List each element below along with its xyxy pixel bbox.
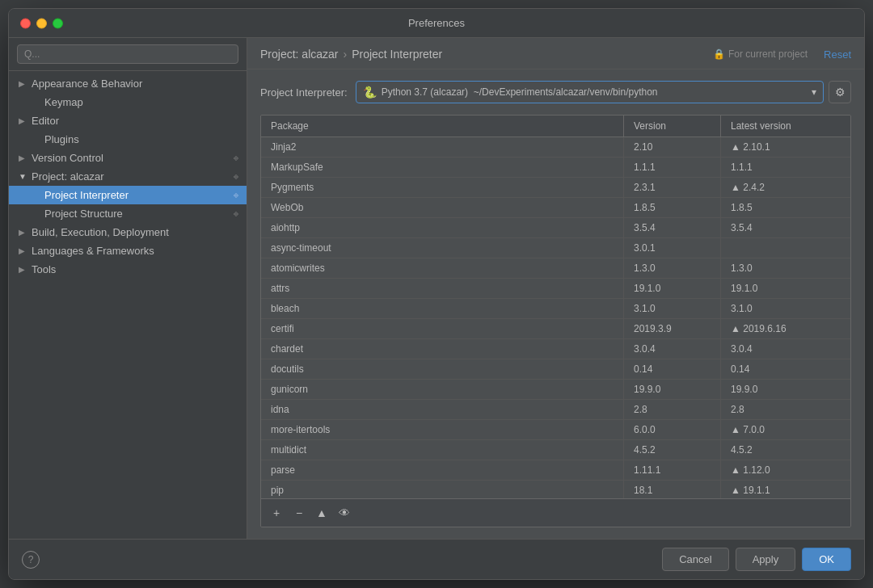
sidebar-item-label: Build, Execution, Deployment [32,226,169,238]
package-latest: 1.8.5 [721,198,850,217]
traffic-lights [20,18,63,28]
arrow-icon: ▶ [19,116,27,125]
chevron-down-icon [812,86,816,98]
search-input[interactable] [17,44,238,64]
gear-button[interactable]: ⚙ [829,81,851,103]
arrow-icon: ▶ [19,246,27,255]
package-name: idna [261,400,624,419]
sidebar-item-plugins[interactable]: Plugins [9,130,247,149]
table-row[interactable]: MarkupSafe 1.1.1 1.1.1 [261,158,850,178]
project-scope-icon: 🔒 [713,48,725,60]
table-row[interactable]: bleach 3.1.0 3.1.0 [261,299,850,319]
sidebar-item-editor[interactable]: ▶ Editor [9,111,247,130]
package-name: async-timeout [261,238,624,258]
package-version: 3.0.4 [624,339,721,359]
package-latest: 1.1.1 [721,158,850,177]
table-row[interactable]: attrs 19.1.0 19.1.0 [261,279,850,299]
package-latest: 3.1.0 [721,299,850,318]
table-row[interactable]: Jinja2 2.10 ▲ 2.10.1 [261,137,850,158]
table-row[interactable]: pip 18.1 ▲ 19.1.1 [261,481,850,498]
arrow-icon: ▶ [19,153,27,162]
package-version: 1.8.5 [624,198,721,217]
right-panel: Project: alcazar › Project Interpreter 🔒… [247,38,864,539]
sidebar-tree: ▶ Appearance & Behavior Keymap ▶ Editor … [9,71,247,539]
breadcrumb-project: Project: alcazar [260,48,338,61]
table-row[interactable]: aiohttp 3.5.4 3.5.4 [261,218,850,238]
reset-button[interactable]: Reset [824,48,851,61]
sidebar-item-project-interpreter[interactable]: Project Interpreter ⎆ [9,186,247,204]
minimize-button[interactable] [36,18,47,28]
package-version: 2.8 [624,400,721,419]
title-bar: Preferences [9,9,864,38]
package-version: 19.9.0 [624,380,721,399]
table-row[interactable]: async-timeout 3.0.1 [261,238,850,258]
table-row[interactable]: parse 1.11.1 ▲ 1.12.0 [261,460,850,481]
add-package-button[interactable]: + [268,504,285,522]
sidebar-item-build[interactable]: ▶ Build, Execution, Deployment [9,223,247,242]
sidebar-item-project[interactable]: ▼ Project: alcazar ⎆ [9,167,247,186]
remove-package-button[interactable]: − [290,504,308,522]
interpreter-select[interactable]: 🐍 Python 3.7 (alcazar) ~/DevExperiments/… [356,81,824,103]
package-name: bleach [261,299,624,318]
package-name: multidict [261,440,624,460]
arrow-icon: ▶ [19,228,27,237]
cancel-button[interactable]: Cancel [662,548,728,571]
python-icon: 🐍 [363,86,377,99]
vcs-icon: ⎆ [234,153,238,162]
package-name: aiohttp [261,218,624,237]
table-row[interactable]: more-itertools 6.0.0 ▲ 7.0.0 [261,420,850,440]
table-header: Package Version Latest version [261,116,850,137]
for-project-label: 🔒 For current project [713,48,808,60]
ok-button[interactable]: OK [802,548,851,571]
table-row[interactable]: WebOb 1.8.5 1.8.5 [261,198,850,218]
sidebar-item-label: Keymap [44,96,83,108]
sidebar-item-languages[interactable]: ▶ Languages & Frameworks [9,242,247,260]
sidebar-item-version-control[interactable]: ▶ Version Control ⎆ [9,149,247,167]
breadcrumb: Project: alcazar › Project Interpreter [260,48,442,61]
table-row[interactable]: idna 2.8 2.8 [261,400,850,420]
maximize-button[interactable] [53,18,63,28]
sidebar-item-appearance[interactable]: ▶ Appearance & Behavior [9,74,247,93]
package-version: 3.0.1 [624,238,721,258]
show-package-button[interactable]: 👁 [335,504,353,522]
table-row[interactable]: Pygments 2.3.1 ▲ 2.4.2 [261,178,850,198]
sidebar-item-label: Project: alcazar [32,170,104,183]
sidebar: ▶ Appearance & Behavior Keymap ▶ Editor … [9,38,247,539]
sidebar-item-label: Version Control [32,152,103,164]
table-row[interactable]: gunicorn 19.9.0 19.9.0 [261,380,850,400]
project-icon: ⎆ [234,172,238,181]
package-version: 4.5.2 [624,440,721,460]
package-latest: 19.1.0 [721,279,850,298]
table-row[interactable]: chardet 3.0.4 3.0.4 [261,339,850,359]
package-latest: 0.14 [721,359,850,379]
help-button[interactable]: ? [22,551,40,569]
main-content: ▶ Appearance & Behavior Keymap ▶ Editor … [9,38,864,539]
package-name: atomicwrites [261,258,624,278]
package-latest: 19.9.0 [721,380,850,399]
table-row[interactable]: multidict 4.5.2 4.5.2 [261,440,850,460]
upgrade-package-button[interactable]: ▲ [313,504,331,522]
table-row[interactable]: certifi 2019.3.9 ▲ 2019.6.16 [261,319,850,339]
table-row[interactable]: atomicwrites 1.3.0 1.3.0 [261,258,850,279]
package-latest: 4.5.2 [721,440,850,460]
package-name: pip [261,481,624,498]
interpreter-label: Project Interpreter: [260,86,348,99]
close-button[interactable] [20,18,31,28]
package-version: 3.1.0 [624,299,721,318]
structure-icon: ⎆ [234,209,238,218]
dialog-title: Preferences [408,17,465,29]
interpreter-select-text: 🐍 Python 3.7 (alcazar) ~/DevExperiments/… [363,86,658,99]
sidebar-item-tools[interactable]: ▶ Tools [9,260,247,279]
sidebar-item-project-structure[interactable]: Project Structure ⎆ [9,204,247,223]
table-toolbar: + − ▲ 👁 [261,498,850,527]
sidebar-item-keymap[interactable]: Keymap [9,93,247,111]
sidebar-item-label: Appearance & Behavior [32,78,142,90]
preferences-dialog: Preferences ▶ Appearance & Behavior Keym… [8,8,865,580]
col-version: Version [624,116,721,136]
package-name: docutils [261,359,624,379]
breadcrumb-separator: › [343,48,347,61]
apply-button[interactable]: Apply [736,548,796,571]
package-version: 1.1.1 [624,158,721,177]
package-latest: ▲ 2019.6.16 [721,319,850,338]
table-row[interactable]: docutils 0.14 0.14 [261,359,850,380]
